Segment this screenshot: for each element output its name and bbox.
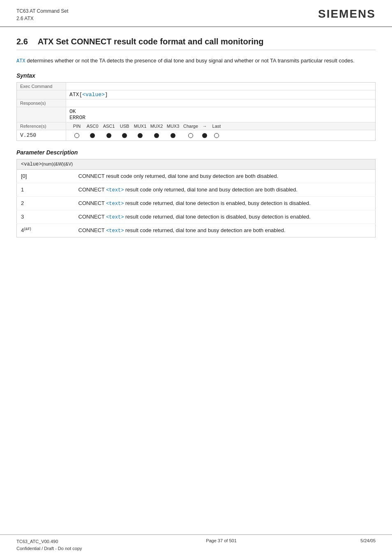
param-desc-0: CONNECT result code only returned, dial … xyxy=(74,170,376,183)
col-asc0: ASC0 xyxy=(84,124,101,129)
param-value-3: 3 xyxy=(17,210,74,223)
exec-command-value-label-empty xyxy=(17,90,66,99)
reference-label: Reference(s) xyxy=(17,122,66,130)
circle-mux3 xyxy=(165,133,181,138)
footer-page: Page 37 of 501 xyxy=(206,538,237,552)
section-number: 2.6 xyxy=(16,37,28,46)
circle-charge xyxy=(181,133,200,138)
param-value-4: 4(&F) xyxy=(17,223,74,237)
ref-columns-header: PIN ASC0 ASC1 USB MUX1 MUX2 MUX3 Charge … xyxy=(66,122,375,130)
param-heading: Parameter Description xyxy=(16,149,376,156)
col-mux1: MUX1 xyxy=(132,124,148,129)
description-text: determines whether or not the TA detects… xyxy=(25,58,355,64)
circle-asc0 xyxy=(84,133,101,138)
page-footer: TC63_ATC_V00.490 Confidential / Draft - … xyxy=(0,534,392,555)
param-row-4: 4(&F) CONNECT <text> result code returne… xyxy=(17,223,376,237)
col-mux3: MUX3 xyxy=(165,124,181,129)
exec-command-value xyxy=(66,83,375,90)
param-row-2: 2 CONNECT <text> result code returned, d… xyxy=(17,196,376,210)
col-arrow: → xyxy=(200,124,209,129)
response-error: ERROR xyxy=(69,115,372,121)
section-heading: 2.6 ATX Set CONNECT result code format a… xyxy=(16,37,376,50)
main-content: 2.6 ATX Set CONNECT result code format a… xyxy=(0,27,392,260)
exec-command-code: ATX[<value>] xyxy=(66,90,375,99)
header-title-line2: 2.6 ATX xyxy=(16,15,68,22)
response-ok: OK xyxy=(69,108,372,115)
param-value-2: 2 xyxy=(17,196,74,210)
circle-asc1 xyxy=(101,133,117,138)
header-brand: SIEMENS xyxy=(318,7,376,21)
response-value-code: OK ERROR xyxy=(66,107,375,122)
param-row-3: 3 CONNECT <text> result code returned, d… xyxy=(17,210,376,223)
syntax-heading: Syntax xyxy=(16,72,376,79)
reference-value: V.250 xyxy=(17,130,66,140)
param-desc-4: CONNECT <text> result code returned, dia… xyxy=(74,223,376,237)
description-paragraph: ATX determines whether or not the TA det… xyxy=(16,57,376,65)
ref-header-row: Reference(s) PIN ASC0 ASC1 USB MUX1 MUX2… xyxy=(17,122,375,130)
circle-last xyxy=(209,133,224,138)
param-row-1: 1 CONNECT <text> result code only return… xyxy=(17,183,376,196)
exec-command-row: Exec Command xyxy=(17,83,375,90)
footer-confidential: Confidential / Draft - Do not copy xyxy=(16,545,82,552)
response-label-empty xyxy=(66,99,375,107)
header-title-line1: TC63 AT Command Set xyxy=(16,7,68,15)
syntax-block: Exec Command ATX[<value>] Response(s) OK… xyxy=(16,82,376,141)
footer-doc-id: TC63_ATC_V00.490 xyxy=(16,538,82,545)
param-value-1: 1 xyxy=(17,183,74,196)
col-pin: PIN xyxy=(69,124,84,129)
param-desc-3: CONNECT <text> result code returned, dia… xyxy=(74,210,376,223)
param-desc-1: CONNECT <text> result code only returned… xyxy=(74,183,376,196)
col-usb: USB xyxy=(117,124,132,129)
footer-date: 5/24/05 xyxy=(360,538,376,552)
ref-circles xyxy=(66,130,375,140)
atx-link[interactable]: ATX xyxy=(16,58,25,64)
param-table: <value>(num)(&W)(&V) [0] CONNECT result … xyxy=(16,159,376,237)
page-header: TC63 AT Command Set 2.6 ATX SIEMENS xyxy=(0,0,392,27)
response-label: Response(s) xyxy=(17,99,66,107)
col-mux2: MUX2 xyxy=(148,124,165,129)
circle-mux1 xyxy=(132,133,148,138)
response-value-row: OK ERROR xyxy=(17,107,375,122)
param-value-0: [0] xyxy=(17,170,74,183)
circle-pin xyxy=(69,133,84,138)
col-charge: Charge xyxy=(181,124,200,129)
exec-command-value-row: ATX[<value>] xyxy=(17,90,375,99)
response-label-row: Response(s) xyxy=(17,99,375,107)
param-row-0: [0] CONNECT result code only returned, d… xyxy=(17,170,376,183)
response-value-empty xyxy=(17,107,66,122)
param-desc-2: CONNECT <text> result code returned, dia… xyxy=(74,196,376,210)
exec-command-label: Exec Command xyxy=(17,83,66,90)
param-header-row: <value>(num)(&W)(&V) xyxy=(17,159,376,170)
circle-usb xyxy=(117,133,132,138)
section-title: ATX Set CONNECT result code format and c… xyxy=(38,37,264,46)
circle-mux2 xyxy=(148,133,165,138)
ref-data-row: V.250 xyxy=(17,130,375,140)
footer-left: TC63_ATC_V00.490 Confidential / Draft - … xyxy=(16,538,82,552)
param-header-label: <value>(num)(&W)(&V) xyxy=(17,159,376,170)
col-asc1: ASC1 xyxy=(101,124,117,129)
header-doc-info: TC63 AT Command Set 2.6 ATX xyxy=(16,7,68,22)
exec-command-code-text: ATX[<value>] xyxy=(69,92,108,98)
circle-arrow xyxy=(200,133,209,138)
col-last: Last xyxy=(209,124,224,129)
